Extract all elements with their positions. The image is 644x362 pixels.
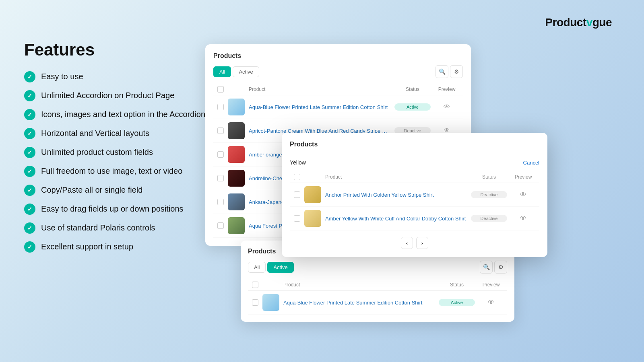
preview-icon[interactable]: 👁 xyxy=(435,103,459,111)
row-checkbox[interactable] xyxy=(217,151,224,158)
tab-actions: 🔍 ⚙ xyxy=(436,65,463,78)
feature-item: Full freedom to use image, text or video xyxy=(24,165,217,177)
preview-icon[interactable]: 👁 xyxy=(511,191,535,198)
product-thumbnail xyxy=(262,294,279,311)
product-thumbnail xyxy=(228,217,245,234)
status-badge: Active xyxy=(439,299,475,306)
feature-text: Horizontal and Vertical layouts xyxy=(41,128,149,139)
product-link[interactable]: Amber Yellow With White Cuff And Collar … xyxy=(325,216,467,222)
check-icon xyxy=(24,147,35,158)
bottom-tab-bar: All Active 🔍 ⚙ xyxy=(248,261,507,274)
row-checkbox[interactable] xyxy=(217,104,224,110)
bottom-col-status: Status xyxy=(439,282,475,288)
header-checkbox[interactable] xyxy=(217,86,224,93)
check-icon xyxy=(24,204,35,215)
tab-active[interactable]: Active xyxy=(233,66,259,77)
product-link[interactable]: Anchor Printed With Golden Yellow Stripe… xyxy=(325,192,467,198)
row-checkbox[interactable] xyxy=(217,199,224,205)
feature-text: Unlimited product custom fields xyxy=(41,146,153,158)
modal-col-preview: Preview xyxy=(511,174,535,180)
product-thumbnail xyxy=(304,210,321,227)
feature-text: Unlimited Accordion on Product Page xyxy=(41,90,174,101)
feature-text: Easy to use xyxy=(41,71,83,82)
feature-text: Excellent support in setup xyxy=(41,241,133,252)
row-checkbox[interactable] xyxy=(217,175,224,181)
bottom-table-rows: Aqua-Blue Flower Printed Late Summer Edi… xyxy=(248,291,507,315)
modal-cancel-btn[interactable]: Cancel xyxy=(523,160,539,166)
bottom-search-icon-btn[interactable]: 🔍 xyxy=(480,261,493,274)
modal-table-rows: Anchor Printed With Golden Yellow Stripe… xyxy=(290,183,539,230)
features-title: Features xyxy=(24,40,217,60)
main-tab-bar: All Active 🔍 ⚙ xyxy=(213,65,463,78)
feature-item: Unlimited Accordion on Product Page xyxy=(24,90,217,101)
product-link[interactable]: Aqua-Blue Flower Printed Late Summer Edi… xyxy=(249,104,390,110)
check-icon xyxy=(24,128,35,139)
check-icon xyxy=(24,222,35,234)
status-badge: Deactive xyxy=(471,215,507,222)
product-thumbnail xyxy=(304,186,321,203)
col-header-preview: Preview xyxy=(435,86,459,92)
table-row: Aqua-Blue Flower Printed Late Summer Edi… xyxy=(248,291,507,315)
product-link[interactable]: Aqua-Blue Flower Printed Late Summer Edi… xyxy=(283,300,435,306)
row-checkbox[interactable] xyxy=(294,191,300,198)
row-checkbox[interactable] xyxy=(217,222,224,229)
feature-item: Copy/Paste all or single field xyxy=(24,184,217,196)
status-badge: Deactive xyxy=(471,191,507,198)
status-badge: Active xyxy=(394,103,431,111)
preview-icon[interactable]: 👁 xyxy=(511,215,535,222)
feature-item: Easy to drag fields up or down positions xyxy=(24,203,217,215)
product-thumbnail xyxy=(228,170,245,187)
modal-pagination: ‹ › xyxy=(290,237,539,249)
check-icon xyxy=(24,185,35,196)
bottom-col-product: Product xyxy=(283,282,435,288)
check-icon xyxy=(24,109,35,120)
bottom-tab-active[interactable]: Active xyxy=(267,262,293,273)
logo-v: v xyxy=(586,16,592,29)
modal-search-tag: Yellow xyxy=(290,159,306,166)
pagination-next[interactable]: › xyxy=(416,237,428,249)
modal-header-checkbox[interactable] xyxy=(294,174,300,180)
check-icon xyxy=(24,71,35,82)
table-row: Anchor Printed With Golden Yellow Stripe… xyxy=(290,183,539,207)
bottom-tab-actions: 🔍 ⚙ xyxy=(480,261,507,274)
tab-all[interactable]: All xyxy=(213,66,231,77)
logo-text-after: gue xyxy=(592,16,612,29)
row-checkbox[interactable] xyxy=(252,299,258,306)
modal-search-row: Yellow Cancel xyxy=(290,159,539,166)
product-thumbnail xyxy=(228,122,245,139)
filter-icon-btn[interactable]: ⚙ xyxy=(450,65,463,78)
product-thumbnail xyxy=(228,193,245,210)
preview-icon[interactable]: 👁 xyxy=(479,299,503,306)
modal-table-header: Product Status Preview xyxy=(290,171,539,183)
feature-text: Easy to drag fields up or down positions xyxy=(41,203,184,214)
bottom-tab-all[interactable]: All xyxy=(248,262,266,273)
feature-item: Easy to use xyxy=(24,71,217,82)
product-thumbnail xyxy=(228,99,245,115)
main-card-title: Products xyxy=(213,52,463,60)
modal-header: Products xyxy=(290,141,539,154)
row-checkbox[interactable] xyxy=(217,128,224,134)
pagination-prev[interactable]: ‹ xyxy=(401,237,413,249)
feature-text: Icons, images and text option in the Acc… xyxy=(41,109,205,120)
feature-item: Icons, images and text option in the Acc… xyxy=(24,109,217,120)
logo-text-before: Product xyxy=(545,16,586,29)
modal-col-product: Product xyxy=(325,174,467,180)
bottom-filter-icon-btn[interactable]: ⚙ xyxy=(494,261,507,274)
bottom-col-preview: Preview xyxy=(479,282,503,288)
row-checkbox[interactable] xyxy=(294,215,300,222)
modal-title: Products xyxy=(290,141,318,148)
features-list: Easy to use Unlimited Accordion on Produ… xyxy=(24,71,217,253)
features-panel: Features Easy to use Unlimited Accordion… xyxy=(24,40,217,260)
col-header-product: Product xyxy=(249,86,390,92)
bottom-header-checkbox[interactable] xyxy=(252,282,258,288)
check-icon xyxy=(24,166,35,177)
products-modal: Products Yellow Cancel Product Status Pr… xyxy=(282,133,547,257)
feature-item: Excellent support in setup xyxy=(24,241,217,253)
feature-item: Horizontal and Vertical layouts xyxy=(24,128,217,139)
feature-item: Unlimited product custom fields xyxy=(24,146,217,158)
search-icon-btn[interactable]: 🔍 xyxy=(436,65,448,78)
check-icon xyxy=(24,241,35,253)
product-thumbnail xyxy=(228,146,245,163)
table-row: Aqua-Blue Flower Printed Late Summer Edi… xyxy=(213,95,463,119)
main-table-header: Product Status Preview xyxy=(213,84,463,95)
